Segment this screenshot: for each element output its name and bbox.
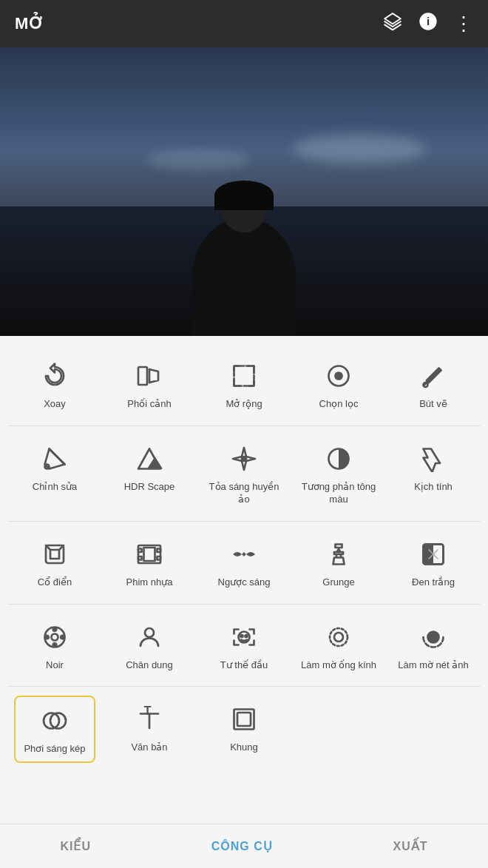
- tool-den-trang[interactable]: Đen trắng: [393, 531, 474, 595]
- svg-rect-24: [157, 556, 161, 560]
- svg-rect-19: [50, 550, 59, 559]
- co-dien-label: Cổ điển: [38, 576, 72, 589]
- chinh-sua-label: Chỉnh sửa: [33, 481, 77, 494]
- tool-co-dien[interactable]: Cổ điển: [14, 531, 95, 595]
- sparkle-icon: [226, 441, 262, 477]
- frame-icon: [226, 702, 262, 737]
- grunge-label: Grunge: [322, 576, 354, 589]
- svg-point-14: [242, 457, 246, 461]
- tool-toa-sang[interactable]: Tỏa sáng huyền ảo: [203, 435, 285, 512]
- kich-tinh-label: Kịch tính: [414, 481, 453, 494]
- tools-container: Xoay Phối cảnh Mở rộng: [0, 336, 488, 824]
- tool-kich-tinh[interactable]: Kịch tính: [393, 435, 474, 499]
- noir-label: Noir: [46, 659, 64, 672]
- svg-line-9: [50, 448, 65, 464]
- svg-rect-25: [144, 548, 155, 561]
- tools-row-5: Phơi sáng kép T Văn bản Khung: [0, 687, 488, 772]
- mo-rong-label: Mở rộng: [226, 398, 262, 411]
- net-blur-icon: [416, 619, 451, 655]
- tool-chinh-sua[interactable]: Chỉnh sửa: [14, 435, 95, 499]
- den-trang-label: Đen trắng: [412, 576, 455, 589]
- brush-icon: [416, 358, 451, 394]
- more-icon[interactable]: ⋮: [454, 14, 473, 33]
- tool-nguoc-sang[interactable]: Ngược sáng: [203, 531, 285, 595]
- tool-hdr-scape[interactable]: HDR Scape: [109, 435, 190, 499]
- tool-xoay[interactable]: Xoay: [14, 352, 95, 417]
- tool-mo-rong[interactable]: Mở rộng: [203, 352, 285, 417]
- tool-empty-1: [298, 696, 379, 747]
- tool-lam-mo-ong[interactable]: Làm mờ ống kính: [298, 613, 379, 678]
- tool-chon-loc[interactable]: Chọn lọc: [298, 352, 379, 417]
- tool-chan-dung[interactable]: Chân dung: [109, 613, 190, 678]
- hdr-scape-label: HDR Scape: [124, 481, 175, 494]
- drama-icon: [416, 441, 451, 477]
- tool-tu-the-dau[interactable]: Tư thế đầu: [203, 613, 285, 678]
- double-exp-icon: [37, 703, 72, 739]
- tool-empty-2: [393, 696, 474, 747]
- chon-loc-label: Chọn lọc: [319, 398, 359, 411]
- svg-rect-48: [237, 713, 251, 726]
- tools-row-1: Xoay Phối cảnh Mở rộng: [0, 343, 488, 425]
- nav-xuat[interactable]: XUẤT: [371, 832, 450, 861]
- tool-phim-nhua[interactable]: Phim nhựa: [109, 531, 190, 595]
- tools-row-3: Cổ điển Phim nhựa Ngược s: [0, 522, 488, 604]
- phim-nhua-label: Phim nhựa: [126, 576, 173, 589]
- bw-icon: [416, 536, 451, 572]
- but-ve-label: Bút vẽ: [419, 398, 447, 411]
- tool-tuong-phan[interactable]: Tương phản tông màu: [298, 435, 379, 512]
- svg-point-30: [52, 633, 58, 640]
- nguoc-sang-label: Ngược sáng: [218, 576, 271, 589]
- mountain-icon: [132, 441, 167, 477]
- tuong-phan-label: Tương phản tông màu: [301, 481, 376, 506]
- svg-rect-22: [138, 556, 142, 560]
- svg-point-33: [45, 635, 49, 639]
- svg-point-37: [241, 635, 243, 637]
- lens-blur-icon: [321, 619, 356, 655]
- top-bar-icons: i ⋮: [383, 12, 473, 36]
- app-title: MỞ: [15, 14, 44, 33]
- svg-rect-3: [138, 367, 147, 385]
- svg-rect-23: [157, 548, 161, 552]
- tools-row-4: Noir Chân dung Tư thế đầu: [0, 605, 488, 687]
- tool-phoi-sang-kep[interactable]: Phơi sáng kép: [14, 696, 95, 763]
- mustache-icon: [226, 536, 262, 572]
- svg-point-40: [330, 628, 348, 646]
- tu-the-dau-label: Tư thế đầu: [220, 659, 268, 672]
- tool-but-ve[interactable]: Bút vẽ: [393, 352, 474, 417]
- svg-rect-21: [138, 548, 142, 552]
- vintage-icon: [37, 536, 72, 572]
- svg-point-6: [336, 373, 342, 380]
- svg-point-26: [338, 550, 340, 552]
- toa-sang-label: Tỏa sáng huyền ảo: [206, 481, 282, 506]
- xoay-label: Xoay: [44, 398, 66, 411]
- tool-khung[interactable]: Khung: [203, 696, 285, 760]
- tool-lam-mo-net[interactable]: Làm mờ nét ảnh: [393, 613, 474, 678]
- info-icon[interactable]: i: [418, 12, 438, 36]
- photo-area: [0, 47, 488, 336]
- nav-kieu[interactable]: KIỂU: [38, 832, 113, 861]
- tool-van-ban[interactable]: T Văn bản: [109, 696, 190, 760]
- select-icon: [321, 358, 356, 394]
- nav-cong-cu[interactable]: CÔNG CỤ: [189, 832, 295, 861]
- phoi-canh-label: Phối cảnh: [127, 398, 171, 411]
- svg-point-38: [245, 635, 248, 637]
- svg-point-34: [61, 635, 64, 639]
- tools-row-2: Chỉnh sửa HDR Scape Tỏa sáng huyền ảo: [0, 426, 488, 521]
- svg-text:T: T: [144, 706, 152, 717]
- svg-text:i: i: [427, 15, 430, 27]
- rotate-icon: [37, 358, 72, 394]
- khung-label: Khung: [230, 741, 258, 754]
- film-icon: [132, 536, 167, 572]
- text-icon: T: [132, 702, 167, 737]
- portrait-icon: [132, 619, 167, 655]
- tool-noir[interactable]: Noir: [14, 613, 95, 678]
- tool-phoi-canh[interactable]: Phối cảnh: [109, 352, 190, 417]
- tool-grunge[interactable]: Grunge: [298, 531, 379, 595]
- phoi-sang-kep-label: Phơi sáng kép: [24, 743, 85, 756]
- expand-icon: [226, 358, 262, 394]
- chan-dung-label: Chân dung: [126, 659, 173, 672]
- top-bar: MỞ i ⋮: [0, 0, 488, 47]
- layers-icon[interactable]: [383, 12, 402, 36]
- contrast-icon: [321, 441, 356, 477]
- face-detect-icon: [226, 619, 262, 655]
